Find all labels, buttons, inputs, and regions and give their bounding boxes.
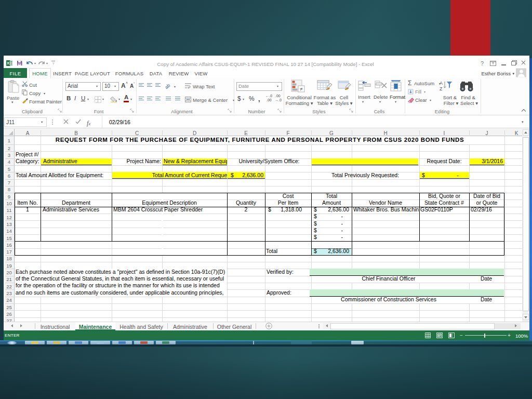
svg-text:Z: Z	[440, 86, 443, 91]
svg-text:X: X	[7, 61, 9, 65]
svg-text:ab: ab	[165, 83, 171, 89]
svg-text:A: A	[440, 81, 443, 86]
svg-text:≠: ≠	[300, 86, 303, 92]
